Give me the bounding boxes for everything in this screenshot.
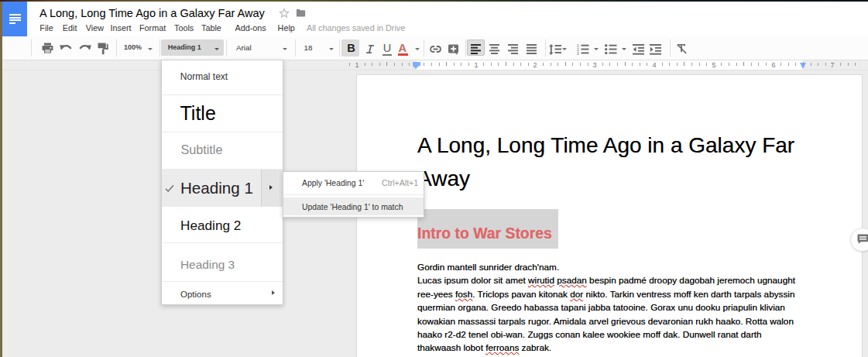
svg-text:3: 3 xyxy=(577,51,579,55)
